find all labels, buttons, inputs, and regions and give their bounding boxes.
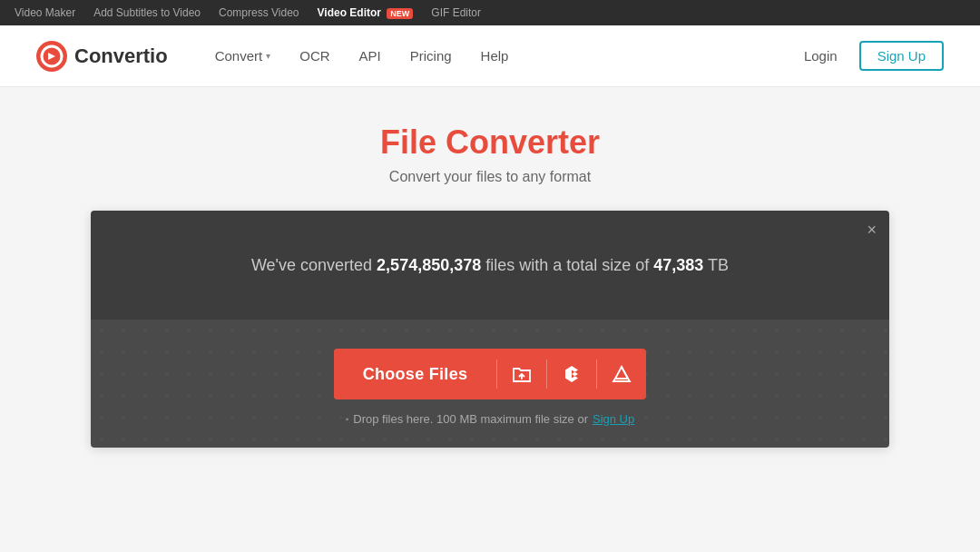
nav-help[interactable]: Help — [470, 43, 520, 69]
dropbox-icon — [562, 364, 582, 384]
nav-api[interactable]: API — [348, 43, 392, 69]
top-toolbar: Video Maker Add Subtitles to Video Compr… — [0, 0, 980, 25]
stats-banner: We've converted 2,574,850,378 files with… — [91, 211, 889, 320]
close-button[interactable]: × — [867, 222, 877, 238]
topbar-item-gif-editor[interactable]: GIF Editor — [431, 6, 481, 19]
nav-pricing[interactable]: Pricing — [399, 43, 463, 69]
topbar-item-add-subtitles[interactable]: Add Subtitles to Video — [93, 6, 201, 19]
page-title: File Converter — [380, 123, 600, 162]
new-badge: NEW — [387, 8, 413, 19]
logo[interactable]: Convertio — [36, 41, 168, 72]
topbar-item-video-editor[interactable]: Video Editor NEW — [318, 6, 414, 19]
folder-icon — [512, 365, 532, 383]
convert-arrow-icon: ▾ — [266, 51, 270, 61]
folder-upload-button[interactable] — [497, 349, 546, 399]
logo-icon — [36, 41, 67, 72]
topbar-item-compress-video[interactable]: Compress Video — [219, 6, 299, 19]
page-subtitle: Convert your files to any format — [389, 169, 591, 185]
nav-convert[interactable]: Convert ▾ — [204, 43, 282, 69]
stats-text: We've converted 2,574,850,378 files with… — [251, 253, 729, 278]
signup-link[interactable]: Sign Up — [593, 412, 634, 426]
nav-right: Login Sign Up — [793, 41, 944, 71]
gdrive-button[interactable] — [597, 349, 646, 399]
nav-ocr[interactable]: OCR — [289, 43, 340, 69]
converter-box: × We've converted 2,574,850,378 files wi… — [91, 211, 889, 448]
upload-row: Choose Files — [334, 349, 647, 399]
dropbox-button[interactable] — [547, 349, 596, 399]
signup-button[interactable]: Sign Up — [859, 41, 944, 71]
choose-files-button[interactable]: Choose Files — [334, 349, 497, 399]
main-nav: Convertio Convert ▾ OCR API Pricing Help… — [0, 25, 980, 87]
topbar-item-video-maker[interactable]: Video Maker — [15, 6, 75, 19]
nav-links: Convert ▾ OCR API Pricing Help — [204, 43, 793, 69]
hint-icon: ▪ — [346, 414, 349, 424]
page-content: File Converter Convert your files to any… — [0, 87, 980, 552]
gdrive-icon — [612, 364, 632, 384]
login-button[interactable]: Login — [793, 43, 848, 69]
logo-text: Convertio — [74, 44, 168, 68]
upload-area: Choose Files — [91, 320, 889, 448]
drop-hint: ▪ Drop files here. 100 MB maximum file s… — [346, 412, 634, 426]
